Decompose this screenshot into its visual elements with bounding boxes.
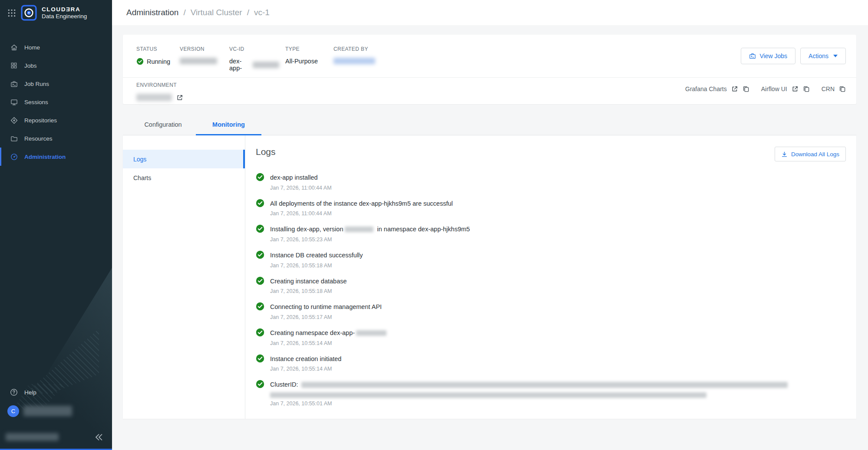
redacted-text (345, 227, 373, 232)
redacted-version-text (6, 433, 59, 441)
log-text: Instance creation initiated (270, 355, 341, 362)
crn-link: CRN (822, 85, 846, 92)
log-timestamp: Jan 7, 2026, 11:00:44 AM (270, 185, 332, 191)
log-message: All deployments of the instance dex-app-… (270, 199, 453, 208)
sessions-icon (10, 98, 18, 106)
log-text: Instance DB created successfully (270, 252, 363, 259)
log-text: in namespace dex-app-hjkhs9m5 (375, 226, 470, 233)
log-entry: Instance creation initiated Jan 7, 2026,… (256, 354, 846, 372)
monitoring-panel: Logs Charts Logs Download All Logs (123, 135, 856, 419)
subnav-item-logs[interactable]: Logs (123, 150, 245, 168)
environment-external-link-icon[interactable] (176, 94, 183, 101)
sidebar-item-label: Repositories (24, 117, 57, 124)
tab-configuration[interactable]: Configuration (130, 114, 196, 135)
view-jobs-label: View Jobs (760, 53, 788, 59)
airflow-ui-label[interactable]: Airflow UI (761, 85, 787, 92)
sidebar-item-label: Home (24, 44, 40, 51)
environment-links: Grafana Charts Airfl (685, 85, 846, 92)
logs-title: Logs (256, 147, 276, 157)
header-actions: View Jobs Actions (741, 48, 846, 64)
log-text: Creating namespace dex-app- (270, 329, 355, 336)
sidebar-item-sessions[interactable]: Sessions (0, 93, 112, 111)
logs-header: Logs Download All Logs (256, 147, 846, 161)
briefcase-icon (749, 53, 756, 59)
external-link-icon[interactable] (731, 85, 738, 92)
sidebar-item-administration[interactable]: Administration (0, 148, 112, 166)
success-check-icon (256, 328, 264, 337)
log-body: ClusterID: Jan 7, 2026, 10:55:01 AM (270, 380, 788, 407)
log-text: Creating instance database (270, 277, 347, 284)
airflow-ui-link: Airflow UI (761, 85, 810, 92)
success-check-icon (256, 276, 264, 285)
field-version: VERSION (180, 46, 229, 77)
log-timestamp: Jan 7, 2026, 10:55:18 AM (270, 263, 363, 269)
breadcrumb-virtual-cluster[interactable]: Virtual Cluster (191, 8, 242, 17)
log-message: Connecting to runtime management API (270, 302, 382, 312)
actions-button[interactable]: Actions (800, 48, 846, 64)
sidebar-item-label: Administration (24, 154, 66, 160)
status-check-icon (136, 58, 144, 65)
sidebar-header: CLOUDƎRA Data Engineering (0, 0, 112, 21)
crn-label: CRN (822, 85, 835, 92)
sidebar-item-resources[interactable]: Resources (0, 129, 112, 148)
tab-monitoring[interactable]: Monitoring (196, 114, 261, 135)
view-jobs-button[interactable]: View Jobs (741, 48, 796, 64)
field-label: CREATED BY (333, 46, 375, 52)
sidebar-item-job-runs[interactable]: Job Runs (0, 75, 112, 93)
sidebar-nav: Home Jobs Job Runs (0, 38, 112, 166)
logs-panel: Logs Download All Logs dex-app instal (245, 135, 856, 419)
sidebar-item-repositories[interactable]: Repositories (0, 111, 112, 129)
sidebar-item-label: Sessions (24, 99, 48, 105)
redacted-created-by-link[interactable] (333, 58, 375, 64)
breadcrumb-separator: / (247, 8, 249, 17)
main-content: STATUS Running VERSION VC-ID dex- (112, 25, 868, 450)
redacted-text (270, 392, 706, 398)
copy-icon[interactable] (803, 85, 810, 92)
log-entry: ClusterID: Jan 7, 2026, 10:55:01 AM (256, 380, 846, 407)
redacted-version-value (180, 58, 217, 64)
log-message: Creating namespace dex-app- (270, 328, 386, 338)
success-check-icon (256, 250, 264, 259)
log-list: dex-app installed Jan 7, 2026, 11:00:44 … (256, 173, 846, 407)
sidebar-item-help[interactable]: Help (0, 383, 112, 401)
log-timestamp: Jan 7, 2026, 10:55:14 AM (270, 366, 341, 372)
log-message: ClusterID: (270, 380, 788, 398)
copy-icon[interactable] (839, 85, 846, 92)
log-text: Connecting to runtime management API (270, 303, 382, 310)
sidebar-item-home[interactable]: Home (0, 38, 112, 56)
log-timestamp: Jan 7, 2026, 10:55:14 AM (270, 340, 386, 346)
log-message: Instance DB created successfully (270, 250, 363, 260)
log-text: dex-app installed (270, 174, 318, 181)
environment-value (136, 94, 856, 101)
log-message: Creating instance database (270, 276, 347, 286)
success-check-icon (256, 224, 264, 233)
breadcrumb-separator: / (183, 8, 185, 17)
cloudera-logo-icon[interactable] (21, 5, 37, 21)
field-label: VC-ID (229, 46, 279, 52)
breadcrumb: Administration / Virtual Cluster / vc-1 (112, 0, 868, 25)
avatar: C (7, 405, 19, 417)
help-label: Help (24, 389, 36, 396)
log-entry: Installing dex-app, version in namespace… (256, 224, 846, 243)
subnav-item-charts[interactable]: Charts (123, 168, 245, 187)
download-all-logs-label: Download All Logs (791, 151, 839, 158)
breadcrumb-administration[interactable]: Administration (126, 8, 178, 17)
app-switcher-icon[interactable] (7, 8, 17, 18)
collapse-sidebar-icon[interactable] (95, 434, 103, 441)
copy-icon[interactable] (743, 85, 749, 92)
sidebar: CLOUDƎRA Data Engineering Home (0, 0, 112, 450)
external-link-icon[interactable] (792, 85, 799, 92)
status-value: Running (147, 58, 170, 65)
grafana-charts-label[interactable]: Grafana Charts (685, 85, 727, 92)
field-label: TYPE (285, 46, 327, 52)
help-icon (10, 388, 18, 396)
log-text: Installing dex-app, version (270, 226, 343, 233)
download-all-logs-button[interactable]: Download All Logs (775, 147, 846, 161)
home-icon (10, 43, 18, 51)
log-message: dex-app installed (270, 173, 332, 182)
repositories-icon (10, 116, 18, 124)
log-timestamp: Jan 7, 2026, 10:55:01 AM (270, 401, 788, 407)
tab-bar: Configuration Monitoring (123, 114, 856, 135)
user-menu[interactable]: C (0, 401, 112, 420)
sidebar-item-jobs[interactable]: Jobs (0, 56, 112, 75)
